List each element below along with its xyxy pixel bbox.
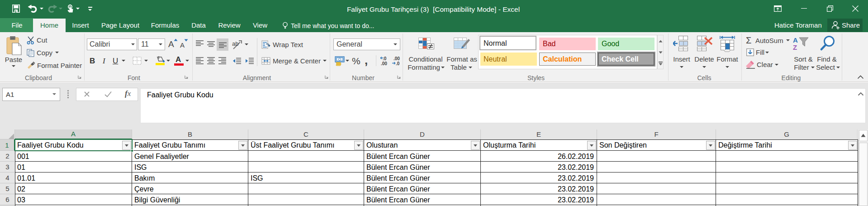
svg-text:A: A bbox=[793, 36, 798, 44]
svg-text:.00: .00 bbox=[381, 61, 387, 66]
svg-text:.0: .0 bbox=[396, 61, 400, 66]
svg-text:ab: ab bbox=[232, 40, 238, 47]
svg-text:.0: .0 bbox=[383, 56, 387, 61]
svg-text:Z: Z bbox=[793, 43, 797, 51]
svg-text:.00: .00 bbox=[394, 56, 400, 61]
